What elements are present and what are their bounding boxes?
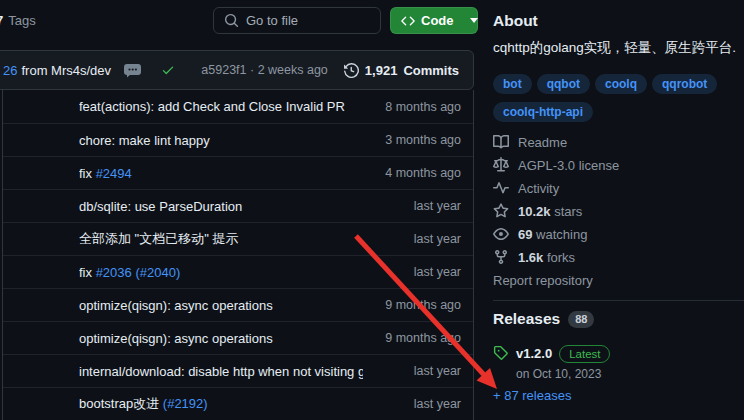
tags-label: Tags <box>8 13 35 28</box>
merge-source-text: from Mrs4s/dev <box>21 63 111 78</box>
law-icon <box>493 157 509 173</box>
go-to-file-search[interactable] <box>213 7 381 34</box>
issue-link[interactable]: #2036 <box>96 265 132 280</box>
pr-number-link[interactable]: 26 <box>3 63 17 78</box>
issue-link[interactable]: (#2192) <box>163 396 208 411</box>
commit-date: 3 months ago <box>385 133 461 147</box>
tags-link[interactable]: 7 Tags <box>0 13 36 28</box>
search-input[interactable] <box>246 13 370 28</box>
topic-pill[interactable]: coolq-http-api <box>493 102 593 122</box>
commit-row: feat(actions): add Check and Close Inval… <box>3 90 473 123</box>
meta-label: Activity <box>518 181 559 196</box>
latest-badge: Latest <box>559 345 610 363</box>
sidebar-meta-item[interactable]: 69 watching <box>493 226 619 242</box>
commit-message[interactable]: chore: make lint happy <box>79 133 363 148</box>
commit-message[interactable]: fix #2036 (#2040) <box>79 265 363 280</box>
commit-message[interactable]: db/sqlite: use ParseDuration <box>79 199 363 214</box>
release-date: on Oct 10, 2023 <box>516 367 610 381</box>
eye-icon <box>493 226 509 242</box>
issue-link[interactable]: (#2040) <box>135 265 180 280</box>
commit-date: last year <box>414 364 461 378</box>
topic-pill[interactable]: qqbot <box>537 74 590 94</box>
topic-pill[interactable]: coolq <box>595 74 647 94</box>
search-icon <box>224 13 239 28</box>
commit-message[interactable]: bootstrap改进 (#2192) <box>79 395 363 413</box>
about-title: About <box>493 12 538 30</box>
releases-count-badge: 88 <box>568 311 594 328</box>
releases-title: Releases <box>493 310 560 328</box>
release-version: v1.2.0 <box>516 346 552 361</box>
book-icon <box>493 134 509 150</box>
comment-count-icon[interactable] <box>123 63 143 78</box>
commit-date: 9 months ago <box>385 298 461 312</box>
topic-list: botqqbotcoolqqqrobotcoolq-http-api <box>493 74 733 122</box>
about-meta-list: ReadmeAGPL-3.0 licenseActivity10.2k star… <box>493 134 619 288</box>
status-check-icon[interactable] <box>161 63 175 77</box>
meta-label: Report repository <box>493 273 593 288</box>
meta-label: Readme <box>518 135 567 150</box>
sidebar-meta-item[interactable]: Report repository <box>493 272 619 288</box>
commit-date: last year <box>414 199 461 213</box>
sidebar-meta-item[interactable]: Readme <box>493 134 619 150</box>
commit-date: 8 months ago <box>385 100 461 114</box>
sidebar-divider <box>493 300 744 301</box>
meta-label: 69 watching <box>518 227 587 242</box>
commits-count: 1,921 <box>365 63 398 78</box>
sidebar-meta-item[interactable]: Activity <box>493 180 619 196</box>
commit-row: optimize(qisgn): async operations9 month… <box>3 321 473 354</box>
commit-message[interactable]: fix #2494 <box>79 166 363 181</box>
commit-date: last year <box>414 265 461 279</box>
commit-row: db/sqlite: use ParseDurationlast year <box>3 189 473 222</box>
commit-date: 9 months ago <box>385 331 461 345</box>
repo-sidebar: About cqhttp的golang实现，轻量、原生跨平台. botqqbot… <box>493 0 744 420</box>
code-icon <box>401 14 415 28</box>
sidebar-meta-item[interactable]: 1.6k forks <box>493 249 619 265</box>
commit-row: optimize(qisgn): async operations9 month… <box>3 288 473 321</box>
more-releases-link[interactable]: + 87 releases <box>493 388 571 403</box>
commit-date: last year <box>414 397 461 411</box>
commit-message[interactable]: 全部添加 "文档已移动" 提示 <box>79 230 363 248</box>
meta-label: 10.2k stars <box>518 204 582 219</box>
commit-message[interactable]: optimize(qisgn): async operations <box>79 331 363 346</box>
commits-label: Commits <box>403 63 459 78</box>
commit-row: internal/download: disable http when not… <box>3 354 473 387</box>
tags-count: 7 <box>0 13 3 28</box>
meta-label: AGPL-3.0 license <box>518 158 619 173</box>
commit-date: 4 months ago <box>385 166 461 180</box>
sidebar-meta-item[interactable]: AGPL-3.0 license <box>493 157 619 173</box>
topic-pill[interactable]: qqrobot <box>652 74 717 94</box>
commit-message[interactable]: feat(actions): add Check and Close Inval… <box>79 99 363 114</box>
commit-message[interactable]: internal/download: disable http when not… <box>79 364 363 379</box>
commit-row: chore: make lint happy3 months ago <box>3 123 473 156</box>
repo-description: cqhttp的golang实现，轻量、原生跨平台. <box>493 38 744 57</box>
commit-message[interactable]: optimize(qisgn): async operations <box>79 298 363 313</box>
latest-release[interactable]: v1.2.0Latest on Oct 10, 2023 <box>493 345 610 381</box>
issue-link[interactable]: #2494 <box>96 166 132 181</box>
commit-sha-time[interactable]: a5923f1 · 2 weeks ago <box>201 63 327 77</box>
commit-date: last year <box>414 232 461 246</box>
tag-icon <box>493 345 508 360</box>
pulse-icon <box>493 180 509 196</box>
star-icon <box>493 203 509 219</box>
code-button[interactable]: Code <box>390 7 478 34</box>
commit-history-link[interactable]: 1,921 Commits <box>344 63 459 78</box>
commit-row: 全部添加 "文档已移动" 提示last year <box>3 222 473 255</box>
commit-row: fix #24944 months ago <box>3 156 473 189</box>
sidebar-meta-item[interactable]: 10.2k stars <box>493 203 619 219</box>
history-icon <box>344 63 359 78</box>
chevron-down-icon <box>470 18 478 23</box>
code-button-label: Code <box>421 13 454 28</box>
releases-heading[interactable]: Releases 88 <box>493 310 594 328</box>
commit-row: fix #2036 (#2040)last year <box>3 255 473 288</box>
topic-pill[interactable]: bot <box>493 74 532 94</box>
latest-commit-bar: 26 from Mrs4s/dev a5923f1 · 2 weeks ago … <box>0 50 474 90</box>
commit-row: bootstrap改进 (#2192)last year <box>3 387 473 420</box>
file-commit-table: feat(actions): add Check and Close Inval… <box>2 90 474 420</box>
fork-icon <box>493 249 509 265</box>
meta-label: 1.6k forks <box>518 250 575 265</box>
